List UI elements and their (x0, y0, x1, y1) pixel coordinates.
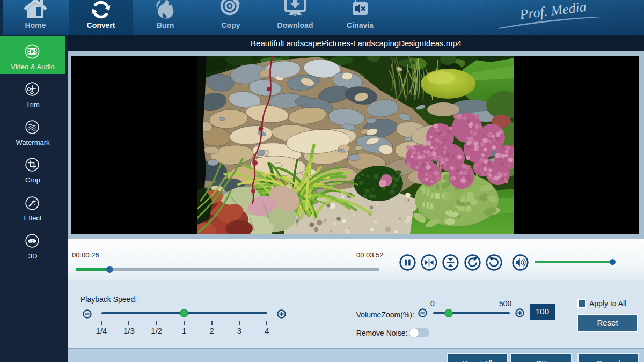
svg-text:Prof. Media: Prof. Media (518, 0, 587, 23)
